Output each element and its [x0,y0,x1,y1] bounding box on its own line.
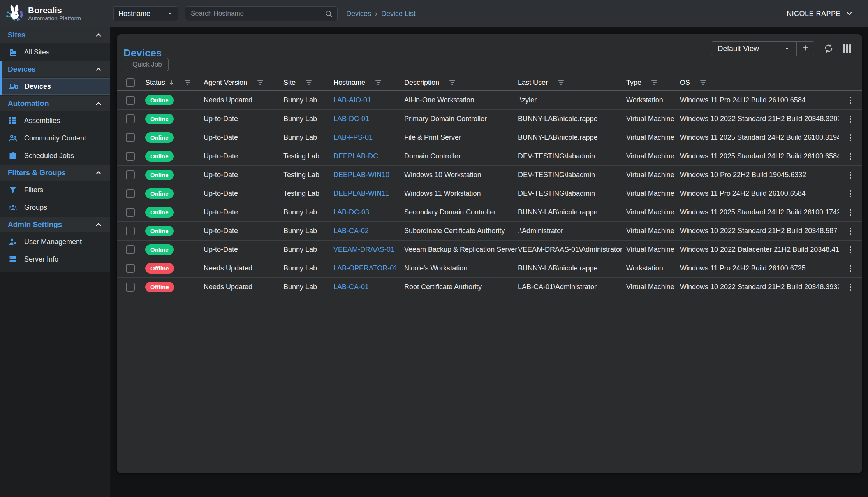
brand: Borealis Automation Platform [0,4,110,23]
sidebar-section-header-devices[interactable]: Devices [0,61,110,77]
breadcrumb-item-device-list[interactable]: Device List [381,10,416,18]
topbar: Borealis Automation Platform Hostname De… [0,0,868,27]
columns-button[interactable] [843,44,851,53]
hostname-link[interactable]: LAB-DC-03 [333,208,369,216]
table-row: Offline Needs Updated Bunny Lab LAB-OPER… [117,259,862,277]
hostname-link[interactable]: DEEPLAB-DC [333,152,378,160]
hostname-link[interactable]: DEEPLAB-WIN11 [333,190,389,198]
brand-name: Borealis [28,6,81,15]
user-menu[interactable]: NICOLE RAPPE [787,10,853,18]
filter-icon[interactable] [651,80,657,85]
row-menu-button[interactable] [848,263,853,274]
sidebar-item-all-sites[interactable]: All Sites [0,44,110,60]
row-menu-button[interactable] [848,114,853,124]
row-menu-button[interactable] [848,189,853,199]
row-checkbox[interactable] [126,208,135,217]
row-menu-button[interactable] [848,170,853,180]
hostname-link[interactable]: DEEPLAB-WIN10 [333,171,389,179]
filter-icon[interactable] [449,80,455,85]
row-menu-button[interactable] [848,245,853,255]
agent-version-cell: Up-to-Date [204,171,283,179]
select-all-checkbox[interactable] [126,78,135,87]
row-checkbox[interactable] [126,227,135,235]
description-cell: Veeam Backup & Replication Server [404,246,518,254]
description-cell: File & Print Server [404,133,518,142]
row-menu-button[interactable] [848,226,853,236]
quick-job-button[interactable]: Quick Job [126,58,169,71]
search-input[interactable] [190,9,325,18]
plus-icon [801,44,809,53]
hostname-link[interactable]: VEEAM-DRAAS-01 [333,246,394,254]
filter-icon[interactable] [700,80,706,85]
column-header-status[interactable]: Status [145,79,204,87]
row-checkbox[interactable] [126,189,135,198]
row-checkbox[interactable] [126,245,135,254]
last-user-cell: BUNNY-LAB\nicole.rappe [518,133,626,142]
hostname-link[interactable]: LAB-CA-02 [333,227,369,235]
row-checkbox[interactable] [126,96,135,105]
hostname-link[interactable]: LAB-AIO-01 [333,96,371,104]
column-header-description[interactable]: Description [404,79,518,87]
sidebar-section-header-automation[interactable]: Automation [0,96,110,111]
sidebar-item-user-management[interactable]: User Management [0,234,110,250]
column-header-site[interactable]: Site [283,79,333,87]
search-field-select[interactable]: Hostname [113,6,178,21]
sidebar-item-scheduled-jobs[interactable]: Scheduled Jobs [0,148,110,164]
breadcrumb-item-devices[interactable]: Devices [346,10,371,18]
column-header-hostname[interactable]: Hostname [333,79,404,87]
filter-icon[interactable] [558,80,564,85]
status-badge: Online [145,132,174,143]
sidebar-item-groups[interactable]: Groups [0,199,110,216]
row-menu-button[interactable] [848,133,853,143]
sidebar-item-assemblies[interactable]: Assemblies [0,112,110,129]
row-checkbox[interactable] [126,264,135,273]
row-checkbox[interactable] [126,152,135,161]
sidebar-section: Automation Assemblies Community Content … [0,96,110,164]
sidebar-nav: Sites All Sites Devices Devices Automati… [0,27,110,272]
column-header-agent-version[interactable]: Agent Version [204,79,283,87]
sidebar: Sites All Sites Devices Devices Automati… [0,27,110,497]
table-row: Online Up-to-Date Testing Lab DEEPLAB-WI… [117,165,862,184]
row-menu-button[interactable] [848,282,853,292]
site-cell: Bunny Lab [283,115,333,123]
row-menu-button[interactable] [848,207,853,218]
refresh-button[interactable] [824,43,834,54]
hostname-link[interactable]: LAB-FPS-01 [333,133,373,142]
sort-desc-icon[interactable] [168,79,174,86]
sidebar-item-server-info[interactable]: Server Info [0,251,110,267]
table-row: Online Up-to-Date Testing Lab DEEPLAB-WI… [117,184,862,203]
column-header-last-user[interactable]: Last User [518,79,626,87]
status-badge: Online [145,170,174,180]
filter-icon[interactable] [185,80,190,85]
table-row: Offline Needs Updated Bunny Lab LAB-CA-0… [117,277,862,296]
last-user-cell: BUNNY-LAB\nicole.rappe [518,208,626,216]
sidebar-item-filters[interactable]: Filters [0,182,110,198]
sidebar-item-community-content[interactable]: Community Content [0,130,110,146]
row-checkbox[interactable] [126,133,135,142]
row-menu-button[interactable] [848,151,853,162]
column-header-os[interactable]: OS [680,79,839,87]
row-checkbox[interactable] [126,283,135,292]
os-cell: Windows 11 Pro 24H2 Build 26100.6584 [680,190,839,198]
hostname-link[interactable]: LAB-CA-01 [333,283,369,291]
people-icon [8,133,18,143]
add-view-button[interactable] [796,42,814,56]
row-checkbox[interactable] [126,114,135,123]
row-checkbox[interactable] [126,170,135,179]
description-cell: Domain Controller [404,152,518,160]
filter-icon[interactable] [257,80,263,85]
sidebar-section-header-admin-settings[interactable]: Admin Settings [0,217,110,232]
filter-icon[interactable] [375,80,381,85]
type-cell: Virtual Machine [626,115,680,123]
sidebar-section-header-sites[interactable]: Sites [0,27,110,43]
os-cell: Windows 10 2022 Standard 21H2 Build 2034… [680,283,839,291]
hostname-link[interactable]: LAB-OPERATOR-01 [333,264,398,272]
sidebar-section-header-filters-groups[interactable]: Filters & Groups [0,165,110,181]
filter-icon[interactable] [306,80,312,85]
hostname-link[interactable]: LAB-DC-01 [333,115,369,123]
description-cell: Primary Domain Controller [404,115,518,123]
view-selector[interactable]: Default View [711,42,796,56]
column-header-type[interactable]: Type [626,79,680,87]
row-menu-button[interactable] [848,95,853,105]
sidebar-item-devices[interactable]: Devices [0,78,110,95]
